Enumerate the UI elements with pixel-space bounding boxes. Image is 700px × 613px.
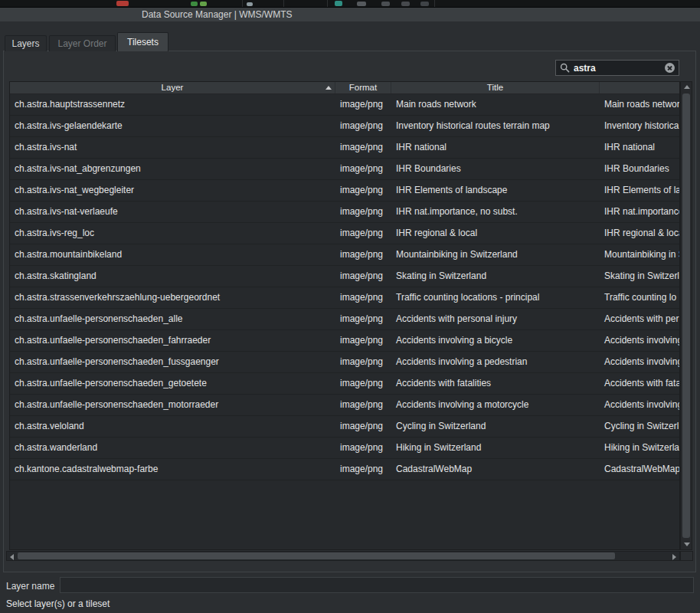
- table-row[interactable]: ch.kantone.cadastralwebmap-farbeimage/pn…: [10, 459, 679, 480]
- cell-format[interactable]: image/png: [335, 438, 391, 458]
- clear-search-button[interactable]: [665, 63, 675, 73]
- cell-format[interactable]: image/png: [335, 352, 391, 372]
- cell-title[interactable]: IHR Boundaries: [391, 159, 600, 179]
- cell-layer[interactable]: ch.astra.ivs-nat: [10, 137, 335, 158]
- cell-layer[interactable]: ch.astra.ivs-gelaendekarte: [10, 116, 335, 136]
- layer-name-input[interactable]: [60, 577, 694, 593]
- table-row[interactable]: ch.astra.unfaelle-personenschaeden_motor…: [10, 395, 679, 416]
- cell-abstract[interactable]: IHR national: [600, 137, 679, 158]
- cell-title[interactable]: CadastralWebMap: [391, 459, 600, 480]
- cell-format[interactable]: image/png: [335, 223, 391, 244]
- column-header-format[interactable]: Format: [335, 82, 391, 93]
- cell-abstract[interactable]: Main roads networ: [600, 94, 679, 115]
- horizontal-scroll-handle[interactable]: [18, 552, 615, 559]
- cell-abstract[interactable]: IHR regional & loca: [600, 223, 679, 244]
- cell-format[interactable]: image/png: [335, 266, 391, 287]
- cell-abstract[interactable]: Mountainbiking in S: [600, 244, 679, 265]
- column-header-title[interactable]: Title: [391, 82, 600, 93]
- cell-layer[interactable]: ch.astra.mountainbikeland: [10, 244, 335, 265]
- cell-layer[interactable]: ch.astra.ivs-reg_loc: [10, 223, 335, 244]
- cell-layer[interactable]: ch.astra.unfaelle-personenschaeden_getoe…: [10, 373, 335, 394]
- dialog-titlebar[interactable]: Data Source Manager | WMS/WMTS: [0, 8, 700, 21]
- cell-title[interactable]: Mountainbiking in Switzerland: [391, 244, 600, 265]
- cell-abstract[interactable]: Skating in Switzerl: [600, 266, 679, 287]
- scroll-right-arrow-icon[interactable]: [672, 554, 676, 560]
- cell-format[interactable]: image/png: [335, 116, 391, 136]
- cell-title[interactable]: Accidents involving a bicycle: [391, 330, 600, 351]
- cell-abstract[interactable]: Cycling in Switzerl: [600, 416, 679, 437]
- search-input[interactable]: [574, 63, 661, 74]
- table-row[interactable]: ch.astra.velolandimage/pngCycling in Swi…: [10, 416, 679, 438]
- cell-title[interactable]: Hiking in Switzerland: [391, 438, 600, 458]
- cell-abstract[interactable]: Hiking in Switzerla: [600, 438, 679, 458]
- cell-format[interactable]: image/png: [335, 159, 391, 179]
- table-row[interactable]: ch.astra.skatinglandimage/pngSkating in …: [10, 266, 679, 287]
- cell-layer[interactable]: ch.astra.veloland: [10, 416, 335, 437]
- cell-layer[interactable]: ch.astra.ivs-nat-verlaeufe: [10, 202, 335, 222]
- cell-format[interactable]: image/png: [335, 395, 391, 415]
- horizontal-scrollbar[interactable]: [6, 551, 680, 561]
- cell-title[interactable]: Traffic counting locations - principal: [391, 287, 600, 308]
- cell-title[interactable]: Accidents with personal injury: [391, 309, 600, 329]
- table-row[interactable]: ch.astra.ivs-nat_abgrenzungenimage/pngIH…: [10, 159, 679, 180]
- cell-format[interactable]: image/png: [335, 416, 391, 437]
- table-row[interactable]: ch.astra.ivs-nat-verlaeufeimage/pngIHR n…: [10, 202, 679, 223]
- column-header-abstract[interactable]: [600, 82, 679, 93]
- scroll-left-arrow-icon[interactable]: [10, 554, 14, 560]
- cell-title[interactable]: Main roads network: [391, 94, 600, 115]
- cell-layer[interactable]: ch.astra.wanderland: [10, 438, 335, 458]
- cell-layer[interactable]: ch.astra.skatingland: [10, 266, 335, 287]
- cell-title[interactable]: IHR Elements of landscape: [391, 180, 600, 201]
- table-row[interactable]: ch.astra.strassenverkehrszaehlung-ueberg…: [10, 287, 679, 309]
- cell-format[interactable]: image/png: [335, 137, 391, 158]
- cell-abstract[interactable]: CadastralWebMap: [600, 459, 679, 480]
- table-row[interactable]: ch.astra.ivs-nat_wegbegleiterimage/pngIH…: [10, 180, 679, 202]
- cell-title[interactable]: Accidents involving a motorcycle: [391, 395, 600, 415]
- table-row[interactable]: ch.astra.unfaelle-personenschaeden_allei…: [10, 309, 679, 330]
- table-row[interactable]: ch.astra.ivs-gelaendekarteimage/pngInven…: [10, 116, 679, 137]
- cell-format[interactable]: image/png: [335, 244, 391, 265]
- cell-title[interactable]: Inventory historical routes terrain map: [391, 116, 600, 136]
- table-row[interactable]: ch.astra.unfaelle-personenschaeden_getoe…: [10, 373, 679, 395]
- cell-abstract[interactable]: IHR nat.importance: [600, 202, 679, 222]
- cell-layer[interactable]: ch.astra.unfaelle-personenschaeden_alle: [10, 309, 335, 329]
- cell-abstract[interactable]: Accidents involving: [600, 330, 679, 351]
- table-row[interactable]: ch.astra.ivs-reg_locimage/pngIHR regiona…: [10, 223, 679, 244]
- cell-title[interactable]: Skating in Switzerland: [391, 266, 600, 287]
- vertical-scrollbar[interactable]: [680, 81, 692, 550]
- cell-layer[interactable]: ch.astra.unfaelle-personenschaeden_fahrr…: [10, 330, 335, 351]
- cell-title[interactable]: IHR nat.importance, no subst.: [391, 202, 600, 222]
- cell-format[interactable]: image/png: [335, 180, 391, 201]
- cell-layer[interactable]: ch.kantone.cadastralwebmap-farbe: [10, 459, 335, 480]
- cell-format[interactable]: image/png: [335, 459, 391, 480]
- table-row[interactable]: ch.astra.wanderlandimage/pngHiking in Sw…: [10, 438, 679, 459]
- cell-format[interactable]: image/png: [335, 202, 391, 222]
- vertical-scroll-handle[interactable]: [682, 93, 690, 538]
- cell-layer[interactable]: ch.astra.hauptstrassennetz: [10, 94, 335, 115]
- cell-title[interactable]: Accidents involving a pedestrian: [391, 352, 600, 372]
- cell-abstract[interactable]: Traffic counting lo: [600, 287, 679, 308]
- cell-title[interactable]: Accidents with fatalities: [391, 373, 600, 394]
- table-row[interactable]: ch.astra.mountainbikelandimage/pngMounta…: [10, 244, 679, 266]
- cell-layer[interactable]: ch.astra.ivs-nat_wegbegleiter: [10, 180, 335, 201]
- cell-format[interactable]: image/png: [335, 287, 391, 308]
- cell-layer[interactable]: ch.astra.unfaelle-personenschaeden_motor…: [10, 395, 335, 415]
- cell-abstract[interactable]: Inventory historica: [600, 116, 679, 136]
- table-row[interactable]: ch.astra.ivs-natimage/pngIHR nationalIHR…: [10, 137, 679, 159]
- search-box[interactable]: [555, 60, 679, 76]
- column-header-layer[interactable]: Layer: [10, 82, 335, 93]
- cell-format[interactable]: image/png: [335, 94, 391, 115]
- scroll-up-arrow-icon[interactable]: [684, 85, 690, 89]
- tab-layer-order[interactable]: Layer Order: [49, 35, 116, 51]
- scroll-down-arrow-icon[interactable]: [684, 543, 690, 546]
- cell-abstract[interactable]: Accidents involving: [600, 395, 679, 415]
- table-row[interactable]: ch.astra.unfaelle-personenschaeden_fussg…: [10, 352, 679, 373]
- tab-layers[interactable]: Layers: [5, 35, 47, 51]
- cell-abstract[interactable]: IHR Boundaries: [600, 159, 679, 179]
- cell-title[interactable]: Cycling in Switzerland: [391, 416, 600, 437]
- cell-format[interactable]: image/png: [335, 373, 391, 394]
- cell-abstract[interactable]: IHR Elements of la: [600, 180, 679, 201]
- cell-layer[interactable]: ch.astra.ivs-nat_abgrenzungen: [10, 159, 335, 179]
- cell-format[interactable]: image/png: [335, 330, 391, 351]
- cell-abstract[interactable]: Accidents with per: [600, 309, 679, 329]
